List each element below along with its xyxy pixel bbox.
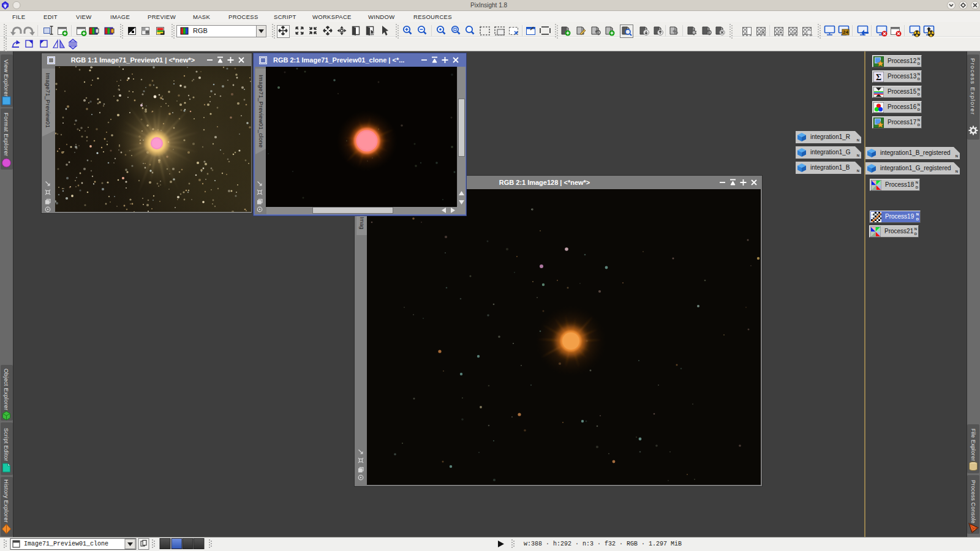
svg-text:RGB: RGB [193,27,208,34]
svg-text:Σ: Σ [876,72,881,81]
svg-text:24: 24 [843,29,848,35]
